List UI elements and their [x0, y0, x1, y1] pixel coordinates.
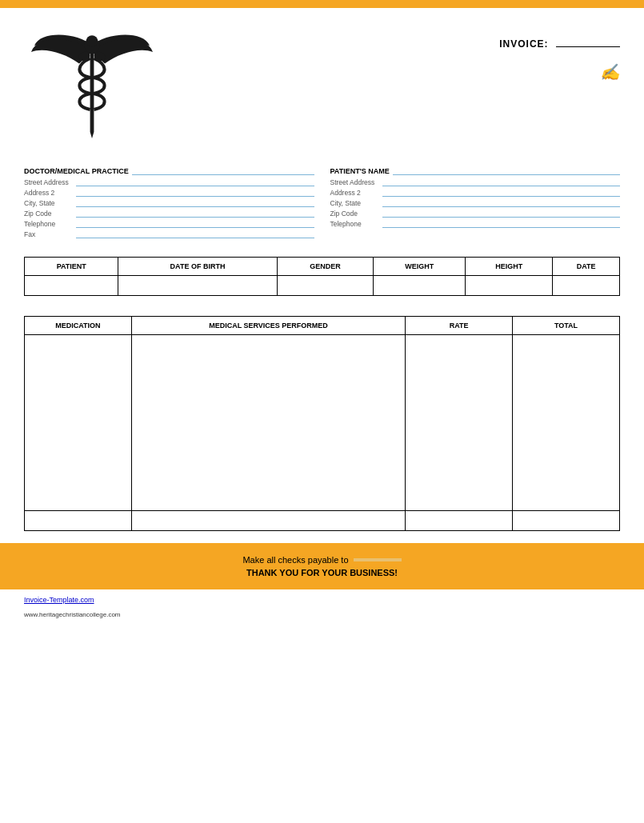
patient-street-field — [382, 178, 621, 186]
patient-phone-row: Telephone — [330, 220, 621, 228]
doctor-phone-row: Telephone — [24, 220, 314, 228]
patient-gender-cell — [277, 276, 374, 296]
payable-text: Make all checks payable to — [242, 555, 348, 565]
col-rate: RATE — [406, 317, 513, 335]
total-rate-cell — [406, 511, 513, 531]
patient-info-data-row — [25, 276, 620, 296]
total-label-cell — [25, 511, 132, 531]
patient-address2-field — [382, 189, 621, 197]
header: INVOICE: ✍ — [0, 8, 644, 159]
patient-dob-cell — [118, 276, 277, 296]
col-weight: WEIGHT — [374, 258, 466, 276]
payable-highlight — [354, 558, 402, 561]
patient-form: PATIENT'S NAME Street Address Address 2 … — [330, 167, 621, 241]
doctor-city-row: City, State — [24, 199, 314, 207]
patient-city-field — [382, 199, 621, 207]
invoice-area: INVOICE: ✍ — [499, 20, 620, 82]
signature-icon: ✍ — [499, 62, 620, 82]
doctor-city-field — [76, 199, 314, 207]
svg-rect-0 — [90, 42, 94, 132]
doctor-street-row: Street Address — [24, 178, 314, 186]
doctor-fax-row: Fax — [24, 230, 314, 238]
patient-date-cell — [553, 276, 620, 296]
patient-zip-row: Zip Code — [330, 210, 621, 218]
patient-phone-field — [382, 220, 621, 228]
thank-you-text: THANK YOU FOR YOUR BUSINESS! — [24, 568, 620, 577]
doctor-address2-row: Address 2 — [24, 189, 314, 197]
col-medication: MEDICATION — [25, 317, 132, 335]
patient-city-row: City, State — [330, 199, 621, 207]
patient-name-field — [393, 167, 620, 175]
logo-area — [24, 20, 184, 151]
website-link[interactable]: Invoice-Template.com — [24, 596, 620, 604]
invoice-text: INVOICE: — [499, 38, 548, 50]
sub-link: www.heritagechristiancollege.com — [24, 611, 121, 618]
patient-main-label: PATIENT'S NAME — [330, 167, 621, 175]
col-services: MEDICAL SERVICES PERFORMED — [131, 317, 405, 335]
services-table: MEDICATION MEDICAL SERVICES PERFORMED RA… — [24, 316, 620, 531]
col-date: DATE — [553, 258, 620, 276]
doctor-zip-row: Zip Code — [24, 210, 314, 218]
medication-cell — [25, 335, 132, 511]
page: INVOICE: ✍ DOCTOR/MEDICAL PRACTICE Stree… — [0, 0, 644, 823]
doctor-address2-field — [76, 189, 314, 197]
footer: Invoice-Template.com www.heritagechristi… — [0, 589, 644, 626]
col-patient: PATIENT — [25, 258, 118, 276]
patient-weight-cell — [374, 276, 466, 296]
doctor-phone-field — [76, 220, 314, 228]
doctor-fax-field — [76, 230, 314, 238]
top-bar — [0, 0, 644, 8]
patient-zip-field — [382, 210, 621, 218]
invoice-label: INVOICE: — [499, 36, 620, 50]
services-header-row: MEDICATION MEDICAL SERVICES PERFORMED RA… — [25, 317, 620, 335]
col-height: HEIGHT — [465, 258, 552, 276]
doctor-name-field — [132, 167, 314, 175]
rate-cell — [406, 335, 513, 511]
total-cell — [513, 335, 620, 511]
svg-point-4 — [86, 35, 98, 46]
bottom-bar: Make all checks payable to THANK YOU FOR… — [0, 543, 644, 589]
patient-name-cell — [25, 276, 118, 296]
patient-info-table-section: PATIENT DATE OF BIRTH GENDER WEIGHT HEIG… — [0, 253, 644, 300]
doctor-main-label: DOCTOR/MEDICAL PRACTICE — [24, 167, 314, 175]
patient-street-row: Street Address — [330, 178, 621, 186]
total-services-cell — [131, 511, 405, 531]
col-gender: GENDER — [277, 258, 374, 276]
col-dob: DATE OF BIRTH — [118, 258, 277, 276]
doctor-street-field — [76, 178, 314, 186]
invoice-line — [556, 46, 620, 47]
patient-address2-row: Address 2 — [330, 189, 621, 197]
total-amount-cell — [513, 511, 620, 531]
form-section: DOCTOR/MEDICAL PRACTICE Street Address A… — [0, 159, 644, 253]
col-total: TOTAL — [513, 317, 620, 335]
services-cell — [131, 335, 405, 511]
patient-info-table: PATIENT DATE OF BIRTH GENDER WEIGHT HEIG… — [24, 257, 620, 296]
patient-info-header-row: PATIENT DATE OF BIRTH GENDER WEIGHT HEIG… — [25, 258, 620, 276]
doctor-form: DOCTOR/MEDICAL PRACTICE Street Address A… — [24, 167, 314, 241]
caduceus-icon — [24, 20, 160, 148]
services-total-row — [25, 511, 620, 531]
payable-line: Make all checks payable to — [24, 555, 620, 565]
doctor-zip-field — [76, 210, 314, 218]
svg-marker-5 — [90, 132, 94, 138]
patient-height-cell — [465, 276, 552, 296]
services-table-section: MEDICATION MEDICAL SERVICES PERFORMED RA… — [0, 312, 644, 535]
services-data-row — [25, 335, 620, 511]
